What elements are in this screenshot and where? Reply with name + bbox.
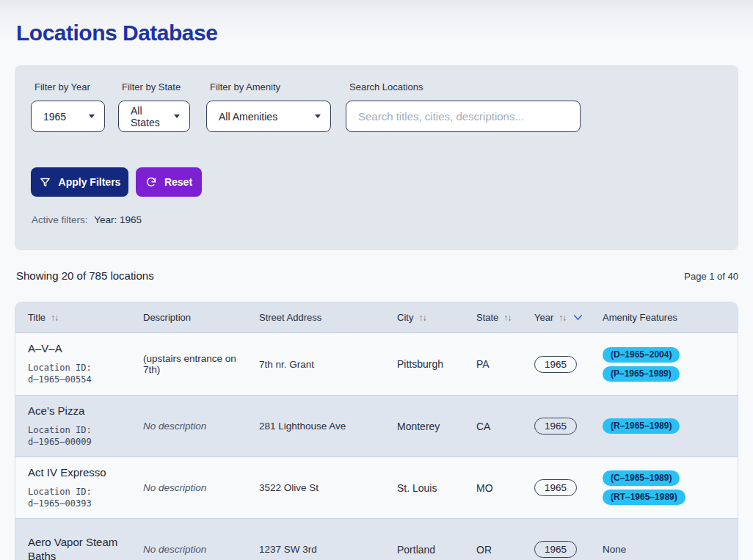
cell-title: Ace’s PizzaLocation ID:d–1965–00009: [28, 404, 143, 448]
cell-city: Pittsburgh: [397, 358, 476, 370]
sort-icon[interactable]: ↑↓: [418, 313, 426, 323]
state-select[interactable]: All States: [118, 101, 190, 132]
cell-year: 1965: [534, 418, 603, 434]
cell-state: OR: [476, 544, 534, 556]
locations-database-page: Locations Database Filter by Year 1965 F…: [0, 0, 753, 560]
table-row: Aero Vapor Steam BathsNo description1237…: [15, 518, 738, 560]
caret-down-icon: [315, 114, 321, 118]
filter-panel: Filter by Year 1965 Filter by State All …: [15, 65, 738, 250]
amenity-badge: (P–1965–1989): [603, 366, 680, 382]
amenity-none-text: None: [603, 544, 626, 555]
location-id-value: d–1965–00554: [28, 374, 130, 385]
cell-city: Portland: [397, 544, 476, 556]
chevron-down-icon[interactable]: [573, 314, 583, 321]
amenity-select[interactable]: All Amenities: [206, 101, 331, 132]
state-select-value: All States: [131, 105, 167, 128]
table-row: Ace’s PizzaLocation ID:d–1965–00009No de…: [15, 395, 738, 457]
sort-icon[interactable]: ↑↓: [503, 313, 511, 323]
column-header-title[interactable]: Title↑↓: [28, 312, 143, 323]
amenity-badge: (R–1965–1989): [603, 418, 680, 434]
cell-title: Aero Vapor Steam Baths: [28, 536, 143, 560]
cell-amenity-features: (C–1965–1989)(RT–1965–1989): [603, 470, 738, 505]
description-text: No description: [143, 482, 206, 493]
location-id: Location ID:d–1965–00554: [28, 362, 130, 385]
apply-filters-label: Apply Filters: [59, 176, 121, 188]
cell-title: A–V–ALocation ID:d–1965–00554: [28, 342, 143, 385]
cell-amenity-features: None: [603, 544, 738, 555]
reset-button[interactable]: Reset: [136, 167, 202, 197]
amenity-badge: (D–1965–2004): [603, 347, 680, 363]
column-label: Year: [534, 312, 553, 323]
search-input[interactable]: [346, 101, 581, 132]
amenity-select-value: All Amenities: [219, 111, 277, 123]
cell-city: St. Louis: [397, 482, 476, 494]
sort-icon[interactable]: ↑↓: [51, 313, 58, 323]
cell-description: No description: [143, 482, 259, 493]
cell-year: 1965: [534, 541, 603, 558]
table-row: Act IV ExpressoLocation ID:d–1965–00393N…: [15, 457, 738, 518]
year-badge: 1965: [534, 541, 577, 558]
search-label: Search Locations: [349, 81, 581, 92]
cell-title: Act IV ExpressoLocation ID:d–1965–00393: [28, 466, 143, 509]
cell-street-address: 1237 SW 3rd: [259, 544, 397, 555]
location-title: Ace’s Pizza: [28, 404, 130, 418]
cell-year: 1965: [534, 479, 603, 496]
location-id: Location ID:d–1965–00009: [28, 424, 130, 448]
year-select-value: 1965: [43, 111, 66, 123]
filter-group-state: Filter by State All States: [118, 81, 190, 132]
column-header-street: Street Address: [259, 312, 397, 323]
cell-year: 1965: [534, 356, 603, 373]
results-summary: Showing 20 of 785 locations: [16, 269, 154, 282]
location-id-label: Location ID:: [28, 486, 130, 498]
amenity-badge: (C–1965–1989): [603, 470, 680, 486]
apply-filters-button[interactable]: Apply Filters: [31, 167, 128, 197]
active-filters: Active filters: Year: 1965: [32, 214, 719, 225]
description-text: (upstairs entrance on 7th): [143, 353, 236, 375]
filter-state-label: Filter by State: [122, 81, 190, 92]
location-id-label: Location ID:: [28, 362, 130, 374]
active-filters-value: Year: 1965: [94, 214, 142, 225]
column-header-city[interactable]: City↑↓: [397, 312, 476, 323]
locations-table: Title↑↓DescriptionStreet AddressCity↑↓St…: [15, 302, 738, 560]
cell-street-address: 281 Lighthouse Ave: [259, 421, 397, 432]
filter-year-label: Filter by Year: [34, 81, 105, 92]
page-indicator: Page 1 of 40: [684, 271, 738, 282]
cell-state: MO: [476, 482, 534, 494]
table-row: A–V–ALocation ID:d–1965–00554(upstairs e…: [15, 333, 738, 395]
filter-group-search: Search Locations: [346, 81, 581, 132]
year-badge: 1965: [534, 356, 577, 373]
year-select[interactable]: 1965: [31, 101, 105, 132]
column-label: Amenity Features: [603, 312, 677, 323]
amenity-badge-list: (D–1965–2004)(P–1965–1989): [603, 347, 724, 382]
cell-street-address: 3522 Olive St: [259, 482, 397, 493]
reset-label: Reset: [164, 176, 192, 188]
cell-street-address: 7th nr. Grant: [259, 359, 397, 370]
description-text: No description: [143, 544, 206, 555]
sort-icon[interactable]: ↑↓: [559, 313, 566, 323]
cell-description: No description: [143, 421, 259, 432]
amenity-badge: (RT–1965–1989): [603, 490, 685, 505]
filter-amenity-label: Filter by Amenity: [210, 81, 331, 92]
cell-amenity-features: (R–1965–1989): [603, 418, 738, 434]
filter-row: Filter by Year 1965 Filter by State All …: [31, 81, 719, 132]
cell-description: (upstairs entrance on 7th): [143, 353, 259, 375]
column-label: City: [397, 312, 413, 323]
cell-state: CA: [476, 421, 534, 432]
caret-down-icon: [89, 114, 95, 118]
description-text: No description: [143, 421, 206, 432]
location-title: Act IV Expresso: [28, 466, 130, 480]
column-header-amenities: Amenity Features: [603, 312, 738, 323]
table-header: Title↑↓DescriptionStreet AddressCity↑↓St…: [15, 302, 738, 333]
year-badge: 1965: [534, 418, 577, 434]
table-body: A–V–ALocation ID:d–1965–00554(upstairs e…: [15, 333, 738, 560]
location-title: Aero Vapor Steam Baths: [28, 536, 130, 560]
page-title: Locations Database: [0, 0, 753, 46]
column-header-year[interactable]: Year↑↓: [534, 312, 603, 323]
column-header-state[interactable]: State↑↓: [476, 312, 534, 323]
location-id-value: d–1965–00009: [28, 436, 130, 448]
filter-group-amenity: Filter by Amenity All Amenities: [206, 81, 331, 132]
amenity-badge-list: (C–1965–1989)(RT–1965–1989): [603, 470, 724, 505]
amenity-badge-list: (R–1965–1989): [603, 418, 724, 434]
year-badge: 1965: [534, 479, 577, 496]
column-label: Street Address: [259, 312, 321, 323]
